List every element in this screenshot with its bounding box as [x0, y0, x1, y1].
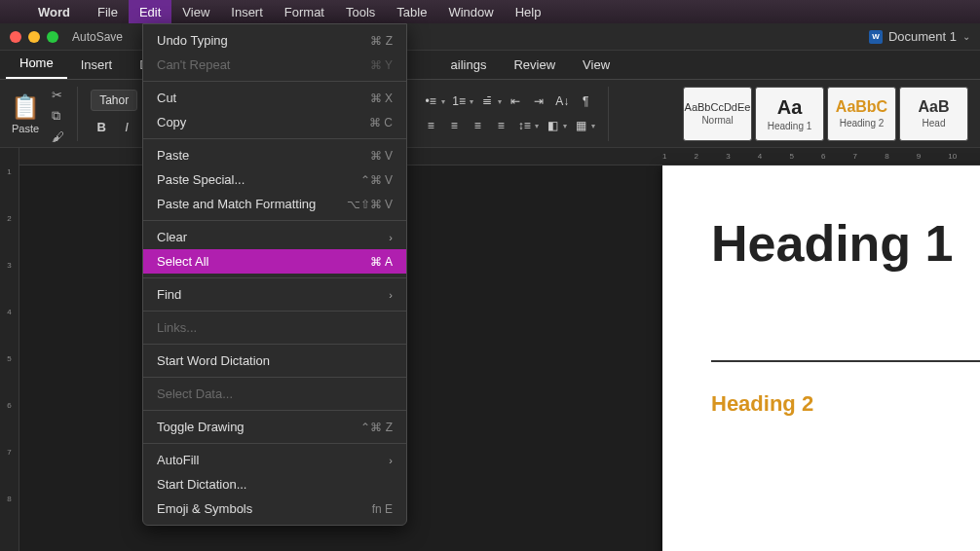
- font-name-select[interactable]: Tahor: [91, 90, 137, 111]
- italic-button[interactable]: I: [116, 116, 137, 137]
- menu-separator: [143, 138, 406, 139]
- menu-item-copy[interactable]: Copy⌘ C: [143, 110, 406, 134]
- paste-button[interactable]: 📋 Paste: [6, 93, 45, 134]
- style-label: Heading 2: [840, 118, 885, 129]
- chevron-down-icon: ⌄: [962, 31, 970, 42]
- style-label: Normal: [701, 115, 733, 126]
- tab-review[interactable]: Review: [500, 51, 569, 79]
- menu-item-label: AutoFill: [157, 453, 199, 467]
- menu-separator: [143, 377, 406, 378]
- autosave-label[interactable]: AutoSave: [72, 30, 123, 44]
- menu-format[interactable]: Format: [274, 0, 335, 23]
- menu-item-cut[interactable]: Cut⌘ X: [143, 86, 406, 110]
- menu-item-label: Emoji & Symbols: [157, 501, 252, 516]
- close-window-button[interactable]: [10, 31, 21, 43]
- submenu-arrow-icon: ›: [389, 455, 393, 466]
- menu-item-label: Toggle Drawing: [157, 420, 245, 434]
- numbering-icon[interactable]: 1≡: [449, 92, 469, 111]
- cut-icon[interactable]: ✂: [52, 88, 64, 102]
- tab-view[interactable]: View: [569, 51, 623, 79]
- document-title[interactable]: W Document 1 ⌄: [869, 29, 970, 44]
- menu-help[interactable]: Help: [505, 0, 552, 23]
- multilevel-list-icon[interactable]: ≡̄: [477, 92, 497, 111]
- show-marks-icon[interactable]: ¶: [576, 92, 595, 111]
- menu-item-label: Copy: [157, 115, 186, 129]
- menu-separator: [143, 277, 406, 278]
- doc-heading-2[interactable]: Heading 2: [711, 391, 980, 417]
- traffic-lights: [10, 31, 58, 43]
- increase-indent-icon[interactable]: ⇥: [529, 92, 548, 111]
- style-normal[interactable]: AaBbCcDdEe Normal: [683, 87, 752, 141]
- menu-item-start-word-dictation[interactable]: Start Word Dictation: [143, 349, 406, 373]
- document-page[interactable]: Heading 1 Heading 2: [662, 165, 980, 551]
- menu-item-clear[interactable]: Clear›: [143, 225, 406, 249]
- menu-shortcut: ⌘ C: [369, 116, 393, 129]
- copy-icon[interactable]: ⧉: [52, 108, 64, 124]
- menu-edit[interactable]: Edit: [129, 0, 171, 23]
- justify-icon[interactable]: ≡: [491, 116, 510, 135]
- tab-mailings[interactable]: ailings: [437, 51, 501, 79]
- menu-item-label: Start Dictation...: [157, 477, 246, 492]
- menu-item-paste-special[interactable]: Paste Special...⌃⌘ V: [143, 167, 406, 192]
- menu-tools[interactable]: Tools: [335, 0, 386, 23]
- separator: [77, 87, 78, 141]
- menu-shortcut: ⌘ Z: [370, 34, 393, 48]
- borders-icon[interactable]: ▦: [571, 116, 590, 135]
- menu-item-paste[interactable]: Paste⌘ V: [143, 143, 406, 167]
- menu-shortcut: ⌥⇧⌘ V: [347, 198, 393, 211]
- tab-insert[interactable]: Insert: [67, 51, 127, 79]
- minimize-window-button[interactable]: [28, 31, 40, 43]
- menu-item-label: Find: [157, 287, 181, 302]
- bold-button[interactable]: B: [91, 116, 112, 137]
- sort-icon[interactable]: A↓: [552, 92, 572, 111]
- submenu-arrow-icon: ›: [389, 232, 393, 243]
- menu-item-can-t-repeat: Can't Repeat⌘ Y: [143, 53, 406, 77]
- menu-item-label: Start Word Dictation: [157, 353, 270, 368]
- align-left-icon[interactable]: ≡: [421, 116, 440, 135]
- separator: [608, 87, 609, 141]
- menu-shortcut: ⌘ A: [370, 255, 393, 269]
- tab-home[interactable]: Home: [6, 49, 67, 79]
- menu-item-select-all[interactable]: Select All⌘ A: [143, 249, 406, 274]
- font-group: Tahor B I: [87, 90, 141, 137]
- bullets-icon[interactable]: •≡: [421, 92, 440, 111]
- menu-table[interactable]: Table: [386, 0, 437, 23]
- menu-item-label: Clear: [157, 230, 187, 244]
- align-right-icon[interactable]: ≡: [468, 116, 487, 135]
- line-spacing-icon[interactable]: ↕≡: [514, 116, 534, 135]
- zoom-window-button[interactable]: [47, 31, 58, 43]
- paste-label: Paste: [12, 123, 39, 134]
- menu-separator: [143, 344, 406, 345]
- style-heading-1[interactable]: Aa Heading 1: [755, 87, 824, 141]
- menu-item-start-dictation[interactable]: Start Dictation...: [143, 472, 406, 496]
- doc-heading-1[interactable]: Heading 1: [711, 214, 980, 273]
- menu-insert[interactable]: Insert: [220, 0, 274, 23]
- menu-item-emoji-symbols[interactable]: Emoji & Symbolsfn E: [143, 496, 406, 521]
- vertical-ruler[interactable]: 12345678: [0, 148, 19, 551]
- menu-item-toggle-drawing[interactable]: Toggle Drawing⌃⌘ Z: [143, 415, 406, 439]
- menu-shortcut: ⌘ V: [370, 149, 393, 163]
- menu-item-find[interactable]: Find›: [143, 282, 406, 307]
- menu-view[interactable]: View: [171, 0, 220, 23]
- clipboard-icon: 📋: [12, 93, 39, 121]
- style-heading-2[interactable]: AaBbC Heading 2: [827, 87, 896, 141]
- menu-separator: [143, 410, 406, 411]
- decrease-indent-icon[interactable]: ⇤: [506, 92, 525, 111]
- style-preview: AaBbCcDdEe: [685, 101, 751, 113]
- shading-icon[interactable]: ◧: [543, 116, 562, 135]
- menu-item-undo-typing[interactable]: Undo Typing⌘ Z: [143, 28, 406, 53]
- align-center-icon[interactable]: ≡: [444, 116, 464, 135]
- app-name[interactable]: Word: [27, 0, 81, 23]
- macos-menubar: Word File Edit View Insert Format Tools …: [0, 0, 980, 23]
- menu-separator: [143, 220, 406, 221]
- menu-item-autofill[interactable]: AutoFill›: [143, 448, 406, 472]
- style-preview: AaBbC: [836, 98, 887, 116]
- menu-separator: [143, 81, 406, 82]
- menu-item-paste-and-match-formatting[interactable]: Paste and Match Formatting⌥⇧⌘ V: [143, 192, 406, 216]
- menu-item-select-data: Select Data...: [143, 382, 406, 406]
- menu-window[interactable]: Window: [437, 0, 504, 23]
- style-heading-3[interactable]: AaB Head: [899, 87, 968, 141]
- format-painter-icon[interactable]: 🖌: [52, 129, 64, 144]
- menu-file[interactable]: File: [87, 0, 129, 23]
- menu-item-label: Undo Typing: [157, 33, 228, 48]
